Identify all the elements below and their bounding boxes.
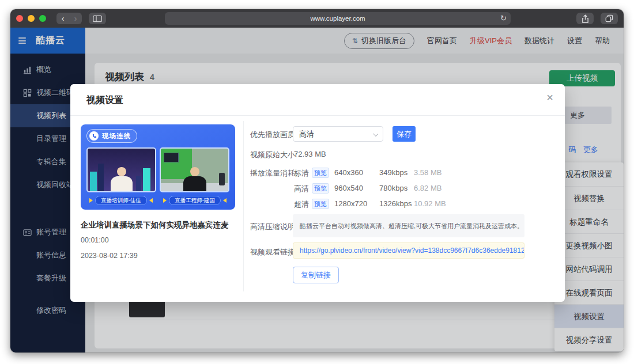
- preview-button-hd[interactable]: 预览: [312, 183, 329, 194]
- traffic-row-bitrate: 780kbps: [379, 184, 407, 192]
- back-icon[interactable]: ‹: [56, 13, 69, 24]
- quality-select[interactable]: 高清: [293, 126, 383, 142]
- live-link-label: 现场连线: [102, 132, 131, 141]
- traffic-row-bitrate: 349kbps: [379, 168, 407, 177]
- quality-label: 优先播放画质:: [250, 130, 297, 140]
- phone-icon: [89, 131, 99, 141]
- fullscreen-window-button[interactable]: [39, 15, 46, 22]
- traffic-row-size: 6.82 MB: [414, 184, 441, 192]
- close-window-button[interactable]: [16, 15, 23, 22]
- reload-icon[interactable]: ↻: [500, 12, 507, 25]
- preview-button-uhd[interactable]: 预览: [312, 199, 329, 209]
- minimize-window-button[interactable]: [28, 15, 35, 22]
- traffic-row-res: 1280x720: [334, 199, 367, 208]
- url-field[interactable]: www.cuplayer.com ↻: [165, 12, 511, 25]
- video-settings-modal: 视频设置 × 现场连线: [70, 84, 565, 302]
- watch-link-label: 视频观看链接:: [250, 247, 297, 257]
- video-split-frames: [86, 147, 229, 192]
- left-speaker-frame: [86, 147, 156, 192]
- modal-title: 视频设置: [86, 94, 123, 107]
- save-button[interactable]: 保存: [393, 126, 416, 142]
- compress-note: 酷播云平台自动对视频做高清、超清压缩,可极大节省用户流量消耗及运营成本。: [293, 214, 524, 237]
- history-nav-group: ‹ ›: [56, 13, 82, 24]
- orig-size-label: 视频原始大小:: [250, 150, 297, 160]
- traffic-label: 播放流量消耗:: [250, 168, 297, 179]
- chevron-down-icon: [373, 131, 378, 136]
- traffic-row-quality: 超清: [294, 199, 309, 210]
- share-icon[interactable]: [576, 13, 594, 24]
- video-date: 2023-08-02 17:39: [81, 252, 138, 260]
- arrow-left-icon: [149, 198, 153, 203]
- arrow-left-icon: [223, 198, 227, 203]
- video-title: 企业培训直播场景下如何实现异地嘉宾连麦: [81, 220, 237, 230]
- url-bar-area: www.cuplayer.com ↻: [106, 12, 569, 25]
- modal-header-divider: [70, 115, 565, 116]
- left-speaker-label: 直播培训师-佳佳: [95, 196, 147, 205]
- close-icon[interactable]: ×: [546, 91, 553, 104]
- browser-toolbar: ‹ › www.cuplayer.com ↻: [10, 9, 624, 28]
- tabs-overview-icon[interactable]: [601, 13, 618, 24]
- traffic-row-size: 3.58 MB: [414, 168, 441, 177]
- live-link-badge: 现场连线: [86, 129, 137, 143]
- arrow-right-icon: [163, 198, 167, 203]
- sidebar-toggle-icon[interactable]: [89, 13, 106, 24]
- arrow-right-icon: [89, 198, 93, 203]
- watch-link-value[interactable]: https://go.plvideo.cn/front/video/view?v…: [293, 242, 524, 259]
- orig-size-value: 72.93 MB: [294, 150, 326, 158]
- right-speaker-label: 直播工程师-建国: [169, 196, 221, 205]
- browser-window: ‹ › www.cuplayer.com ↻ 酷播云: [10, 9, 624, 352]
- traffic-row-quality: 高清: [294, 184, 309, 194]
- preview-button-sd[interactable]: 预览: [312, 168, 329, 178]
- traffic-row-quality: 标清: [294, 168, 309, 179]
- traffic-row-res: 640x360: [334, 168, 363, 177]
- video-thumbnail: 现场连线 直播培训师-佳佳: [81, 124, 235, 210]
- copy-link-button[interactable]: 复制链接: [293, 267, 339, 283]
- traffic-row-res: 960x540: [334, 184, 363, 192]
- traffic-row-bitrate: 1326kbps: [379, 199, 412, 208]
- speaker-name-pills: 直播培训师-佳佳 直播工程师-建国: [84, 196, 232, 205]
- traffic-row-size: 10.92 MB: [414, 199, 446, 208]
- quality-select-value: 高清: [299, 127, 314, 141]
- video-duration: 00:01:00: [81, 236, 109, 244]
- modal-column-divider: [243, 121, 244, 291]
- right-speaker-frame: [160, 147, 229, 192]
- forward-icon[interactable]: ›: [69, 13, 82, 24]
- compress-label: 高清压缩说明:: [250, 222, 297, 232]
- url-text: www.cuplayer.com: [310, 15, 365, 22]
